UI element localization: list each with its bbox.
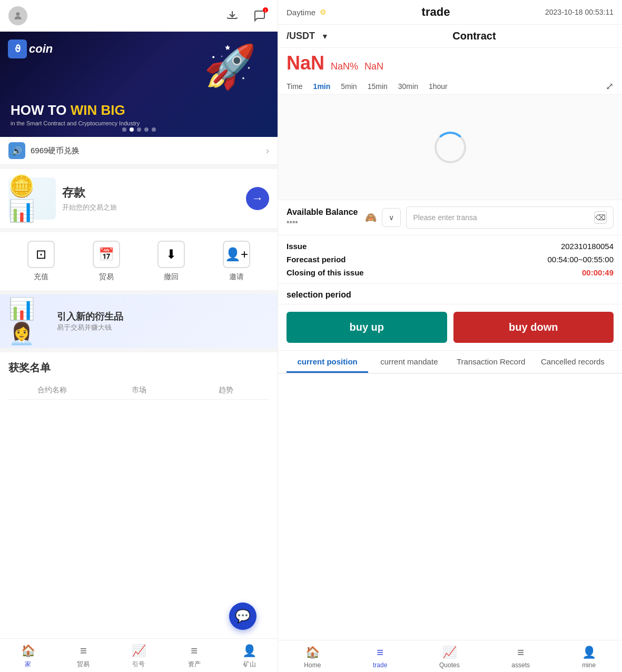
left-nav-assets[interactable]: ≡ 资产: [188, 644, 201, 669]
info-grid: Issue 202310180054 Forecast period 00:54…: [278, 235, 622, 284]
right-nav-trade[interactable]: ≡ trade: [373, 646, 387, 669]
buy-down-button[interactable]: buy down: [453, 312, 614, 343]
banner-rocket: 🚀: [204, 42, 256, 92]
right-panel: Daytime ⚙ trade 2023-10-18 00:53:11 /USD…: [278, 0, 622, 672]
yaoqing-icon: 👤+: [223, 241, 250, 268]
menu-label-yaoqing: 邀请: [229, 272, 244, 282]
transaction-input-field[interactable]: Please enter transa ⌫: [406, 206, 614, 229]
tab-1min[interactable]: 1min: [313, 82, 331, 91]
forecast-value: 00:54:00~00:55:00: [547, 255, 614, 264]
tab-15min[interactable]: 15min: [368, 82, 388, 91]
issue-value: 202310180054: [561, 242, 614, 251]
right-header-title: trade: [422, 5, 450, 19]
quotes-icon: 📈: [132, 644, 146, 658]
tab-30min[interactable]: 30min: [398, 82, 418, 91]
contract-label: Contract: [452, 30, 496, 42]
clear-icon[interactable]: ⌫: [594, 211, 607, 224]
pair-label: /USDT: [287, 31, 315, 42]
card-content: 存款 开始您的交易之旅: [62, 185, 240, 212]
promo-title: 引入新的衍生品: [57, 310, 123, 323]
svg-point-0: [16, 12, 20, 16]
right-nav-label-quotes: Quotes: [439, 661, 460, 669]
price-row: NaN NaN% NaN: [278, 48, 622, 78]
dot-2: [130, 127, 134, 132]
assets-icon: ≡: [191, 644, 198, 658]
banner-dots: [122, 127, 156, 132]
deposit-card: 🪙📊 存款 开始您的交易之旅 →: [0, 169, 278, 228]
right-nav-assets[interactable]: ≡ assets: [511, 646, 530, 669]
left-header: 1: [0, 0, 278, 32]
right-assets-icon: ≡: [517, 646, 524, 659]
avatar[interactable]: [8, 6, 27, 25]
gear-icon[interactable]: ⚙: [320, 8, 327, 16]
right-nav-mine[interactable]: 👤 mine: [582, 646, 596, 669]
time-tabs-row: Time 1min 5min 15min 30min 1hour ⤢: [278, 78, 622, 95]
selection-period-label: selection period: [278, 284, 622, 304]
dot-1: [122, 127, 126, 132]
chart-area: [278, 95, 622, 200]
menu-item-chongzhi[interactable]: ⊡ 充值: [27, 241, 55, 282]
tab-current-mandate[interactable]: current mandate: [368, 357, 450, 373]
balance-dropdown[interactable]: ∨: [382, 208, 401, 227]
col-contract: 合约名称: [8, 386, 95, 395]
chat-fab-button[interactable]: 💬: [229, 602, 256, 630]
pair-dropdown[interactable]: ▼: [321, 32, 329, 41]
nav-label-assets: 资产: [188, 660, 201, 669]
winners-title: 获奖名单: [8, 361, 269, 375]
loading-spinner: [435, 132, 466, 163]
price-main: NaN: [287, 52, 324, 74]
tab-1hour[interactable]: 1hour: [429, 82, 448, 91]
right-nav-label-trade: trade: [373, 661, 387, 669]
issue-label: Issue: [287, 242, 307, 251]
promo-subtitle: 易于交易并赚大钱: [57, 323, 123, 332]
menu-item-yaoqing[interactable]: 👤+ 邀请: [223, 241, 250, 282]
tab-5min[interactable]: 5min: [341, 82, 357, 91]
banner-logo: ϑ coin: [8, 39, 53, 58]
balance-stars: ****: [287, 219, 358, 228]
left-nav-mine[interactable]: 👤 矿山: [242, 644, 256, 669]
logo-icon: ϑ: [8, 39, 27, 58]
nav-label-mine: 矿山: [243, 660, 256, 669]
card-arrow-button[interactable]: →: [246, 187, 269, 210]
menu-item-chehui[interactable]: ⬇ 撤回: [157, 241, 185, 282]
right-nav-quotes[interactable]: 📈 Quotes: [439, 646, 460, 669]
right-nav-home[interactable]: 🏠 Home: [304, 646, 321, 669]
tab-transaction-record[interactable]: Transaction Record: [450, 357, 532, 373]
left-nav-trade[interactable]: ≡ 贸易: [77, 644, 90, 669]
message-button[interactable]: 1: [250, 6, 269, 25]
winners-section: 获奖名单 合约名称 市场 趋势: [0, 352, 278, 638]
banner-headline: HOW TO WIN BIG: [11, 103, 140, 118]
nav-label-quotes: 引号: [132, 660, 145, 669]
pair-row: /USDT ▼ Contract: [278, 25, 622, 48]
info-row-forecast: Forecast period 00:54:00~00:55:00: [287, 255, 614, 264]
tab-cancelled-records[interactable]: Cancelled records: [532, 357, 614, 373]
col-market: 市场: [95, 386, 182, 395]
right-trade-icon: ≡: [377, 646, 383, 659]
dot-3: [137, 127, 141, 132]
tab-current-position[interactable]: current position: [287, 357, 368, 373]
download-button[interactable]: [223, 6, 242, 25]
daytime-label: Daytime: [287, 8, 315, 17]
maovi-icon: 📅: [93, 241, 120, 268]
eye-icon[interactable]: 🙈: [365, 212, 377, 223]
left-nav-quotes[interactable]: 📈 引号: [132, 644, 146, 669]
right-nav-label-mine: mine: [582, 661, 596, 669]
expand-icon[interactable]: ⤢: [606, 81, 614, 92]
announcement-arrow: ›: [266, 145, 269, 156]
left-nav-home[interactable]: 🏠 家: [21, 644, 35, 669]
left-bottom-nav: 🏠 家 ≡ 贸易 📈 引号 ≡ 资产 👤 矿山: [0, 638, 278, 672]
menu-item-maovi[interactable]: 📅 贸易: [93, 241, 120, 282]
announcement-bar[interactable]: 🔊 6969硬币兑换 ›: [0, 137, 278, 165]
closing-label: Closing of this issue: [287, 268, 364, 277]
nav-label-trade: 贸易: [77, 660, 90, 669]
banner-subtext: in the Smart Contract and Cryptocurrency…: [11, 120, 140, 126]
banner-text: HOW TO WIN BIG in the Smart Contract and…: [11, 74, 140, 126]
menu-label-maovi: 贸易: [99, 272, 114, 282]
promo-content: 引入新的衍生品 易于交易并赚大钱: [57, 310, 123, 332]
info-row-issue: Issue 202310180054: [287, 242, 614, 251]
trade-icon: ≡: [80, 644, 87, 658]
position-tabs-row: current position current mandate Transac…: [278, 351, 622, 374]
promo-banner: 📊👩‍💼 引入新的衍生品 易于交易并赚大钱: [0, 294, 278, 348]
chehui-icon: ⬇: [157, 241, 185, 268]
buy-up-button[interactable]: buy up: [287, 312, 447, 343]
